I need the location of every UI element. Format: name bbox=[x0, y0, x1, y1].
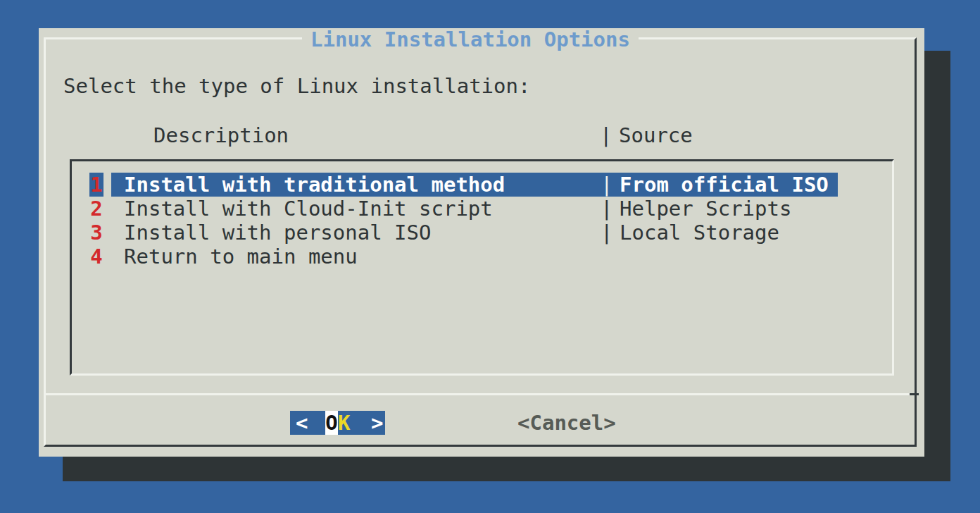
menu-item-source: Helper Scripts bbox=[620, 197, 791, 221]
button-separator-line bbox=[44, 393, 910, 395]
ok-right-bracket: > bbox=[371, 411, 383, 435]
cancel-button[interactable]: <Cancel> bbox=[517, 411, 616, 435]
menu-item-source: From official ISO bbox=[620, 173, 829, 197]
column-divider-icon: | bbox=[601, 221, 612, 245]
column-divider-icon: | bbox=[600, 123, 612, 147]
menu-item-personal-iso[interactable]: 3 Install with personal ISO | Local Stor… bbox=[72, 221, 892, 245]
menu-item-description: Return to main menu bbox=[124, 245, 358, 268]
ok-button[interactable]: < O K > bbox=[290, 411, 385, 435]
menu-item-number: 1 bbox=[89, 173, 103, 197]
terminal-cursor: O bbox=[325, 411, 338, 435]
button-separator-line-cap bbox=[910, 393, 919, 395]
column-header-description: Description bbox=[153, 123, 289, 147]
instruction-text: Select the type of Linux installation: bbox=[63, 74, 530, 98]
menu-item-source: Local Storage bbox=[620, 221, 779, 245]
terminal-screen: { "colors": { "screen_bg": "#3464a0", "d… bbox=[0, 0, 980, 513]
menu-item-number: 3 bbox=[89, 221, 103, 245]
dialog-title: Linux Installation Options bbox=[302, 29, 639, 50]
column-divider-icon: | bbox=[601, 197, 612, 221]
menu-item-description: Install with personal ISO bbox=[124, 221, 432, 245]
menu-item-cloud-init[interactable]: 2 Install with Cloud-Init script | Helpe… bbox=[72, 197, 892, 221]
ok-label-rest: K bbox=[338, 411, 350, 435]
menu-item-return-main-menu[interactable]: 4 Return to main menu bbox=[72, 245, 892, 268]
installation-options-dialog: Linux Installation Options Select the ty… bbox=[39, 28, 924, 457]
menu-item-number: 2 bbox=[89, 197, 103, 221]
menu-item-number: 4 bbox=[89, 245, 103, 268]
column-divider-icon: | bbox=[601, 173, 612, 197]
column-header-source: Source bbox=[619, 123, 693, 147]
installation-menu-listbox: 1 Install with traditional method | From… bbox=[70, 159, 894, 376]
column-header-row: Description | Source bbox=[39, 123, 924, 147]
menu-item-traditional[interactable]: 1 Install with traditional method | From… bbox=[72, 173, 892, 197]
ok-left-bracket: < bbox=[296, 411, 308, 435]
menu-item-description: Install with traditional method bbox=[124, 173, 505, 197]
menu-item-description: Install with Cloud-Init script bbox=[124, 197, 493, 221]
